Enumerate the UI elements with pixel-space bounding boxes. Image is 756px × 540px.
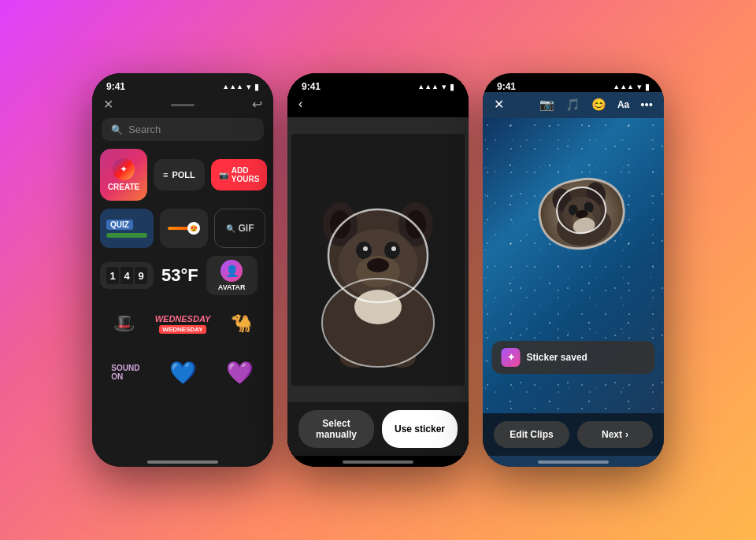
add-yours-label: ADD YOURS: [232, 166, 260, 183]
sticker-row-5: SOUNDON 💙 💜: [100, 352, 265, 393]
phone3-canvas: ✦ Sticker saved: [483, 118, 664, 413]
phone2-frame: 9:41 ▲▲▲ ▾ ▮ ‹ Create a sticker: [287, 73, 469, 467]
wifi-icon: ▾: [246, 82, 251, 92]
back-button[interactable]: ‹: [298, 97, 302, 111]
home-indicator-2: [343, 460, 413, 464]
phone3-bottom-bar: Edit Clips Next ›: [483, 413, 664, 456]
signal-icon3: ▲▲▲: [613, 83, 634, 91]
phone1-frame: 9:41 ▲▲▲ ▾ ▮ ✕ ↩ 🔍 Search: [92, 73, 273, 467]
phone2-topbar: ‹ Create a sticker: [287, 92, 469, 117]
avatar-button[interactable]: 👤 AVATAR: [206, 256, 258, 295]
sticker-grid: ✦ CREATE ≡ POLL 📷 ADD YOURS: [92, 149, 273, 456]
phone2-status-icons: ▲▲▲ ▾ ▮: [417, 82, 454, 92]
close-button[interactable]: ✕: [494, 97, 504, 112]
next-label: Next: [602, 429, 622, 440]
phone1-status-icons: ▲▲▲ ▾ ▮: [222, 82, 259, 92]
sound-on-label: SOUNDON: [111, 364, 139, 381]
create-button[interactable]: ✦ CREATE: [100, 149, 147, 201]
add-yours-button[interactable]: 📷 ADD YOURS: [211, 159, 268, 190]
battery-icon2: ▮: [450, 82, 454, 92]
next-button[interactable]: Next ›: [577, 421, 653, 448]
battery-icon: ▮: [254, 82, 259, 92]
counter-digit-1: 1: [106, 267, 119, 284]
svg-point-14: [354, 290, 402, 324]
dog-image-area: [287, 117, 469, 402]
avatar-label: AVATAR: [218, 283, 246, 291]
svg-point-11: [391, 246, 396, 251]
drag-handle: [171, 104, 195, 106]
phone3-time: 9:41: [497, 81, 516, 92]
quiz-bar: [106, 233, 147, 238]
phone3-action-icons: 📷 🎵 😊 Aa •••: [539, 98, 653, 112]
emoji-icon[interactable]: 😊: [591, 98, 606, 112]
phone2-bottom-bar: Select manually Use sticker: [287, 402, 469, 456]
phone3-frame: 9:41 ▲▲▲ ▾ ▮ ✕ 📷 🎵 😊 Aa •••: [483, 73, 664, 467]
close-icon[interactable]: ✕: [103, 97, 113, 112]
poll-icon: ≡: [163, 170, 168, 179]
gif-label: GIF: [239, 223, 254, 234]
search-bar[interactable]: 🔍 Search: [102, 118, 264, 141]
home-indicator: [147, 460, 218, 464]
home-indicator-3: [538, 460, 609, 464]
search-icon: 🔍: [111, 124, 123, 135]
gif-search-icon: 🔍: [226, 224, 235, 233]
temperature-display[interactable]: 53°F: [161, 265, 198, 286]
camera-icon[interactable]: 📷: [539, 98, 554, 112]
music-icon[interactable]: 🎵: [565, 98, 580, 112]
phone3-status-icons: ▲▲▲ ▾ ▮: [613, 82, 650, 92]
phone1-topbar: ✕ ↩: [92, 92, 273, 118]
next-chevron-icon: ›: [625, 429, 628, 440]
sticker-saved-banner: ✦ Sticker saved: [492, 341, 655, 374]
dog-svg: [291, 134, 465, 386]
undo-icon[interactable]: ↩: [252, 97, 262, 112]
wifi-icon2: ▾: [442, 82, 447, 92]
blue-heart-icon: 💙: [169, 360, 197, 386]
counter-digit-2: 4: [120, 267, 133, 284]
more-options-icon[interactable]: •••: [640, 98, 653, 111]
phone2-title: Create a sticker: [334, 97, 422, 111]
quiz-label: QUIZ: [106, 220, 133, 230]
wednesday-label: WEDNESDAY: [155, 314, 211, 324]
battery-icon3: ▮: [645, 82, 650, 92]
camel-sticker[interactable]: 🐪: [217, 303, 265, 344]
sticker-row-2: QUIZ 😍 🔍 GIF: [100, 209, 265, 248]
dog-background: [287, 117, 469, 402]
purple-heart-sticker[interactable]: 💜: [214, 352, 265, 393]
sticker-saved-label: Sticker saved: [527, 352, 587, 363]
counter-digit-3: 9: [135, 267, 147, 284]
wednesday-sticker[interactable]: WEDNESDAY WEDNESDAY: [155, 303, 211, 344]
text-icon[interactable]: Aa: [617, 99, 629, 110]
slider-thumb: 😍: [187, 222, 200, 235]
add-yours-icon: 📷: [219, 171, 228, 179]
purple-heart-icon: 💜: [226, 360, 254, 386]
use-sticker-button[interactable]: Use sticker: [382, 410, 458, 448]
dog-sticker-svg: [538, 176, 626, 251]
poll-label: POLL: [172, 170, 195, 179]
quiz-button[interactable]: QUIZ: [100, 209, 154, 248]
sound-on-sticker[interactable]: SOUNDON: [100, 352, 151, 393]
phone3-topbar: ✕ 📷 🎵 😊 Aa •••: [483, 92, 664, 118]
signal-icon: ▲▲▲: [222, 83, 243, 91]
sticker-row-4: 🎩 WEDNESDAY WEDNESDAY 🐪: [100, 303, 265, 344]
poll-button[interactable]: ≡ POLL: [154, 159, 205, 190]
phone1-time: 9:41: [106, 81, 125, 92]
wifi-icon3: ▾: [637, 82, 642, 92]
sticker-row-3: 1 4 9 53°F 👤 AVATAR: [100, 256, 265, 295]
gif-button[interactable]: 🔍 GIF: [214, 209, 265, 248]
phone2-time: 9:41: [302, 81, 321, 92]
edit-clips-button[interactable]: Edit Clips: [494, 421, 569, 448]
blue-heart-sticker[interactable]: 💙: [158, 352, 209, 393]
slider-line: 😍: [168, 227, 200, 230]
slider-button[interactable]: 😍: [160, 209, 208, 248]
avatar-icon: 👤: [220, 260, 243, 282]
wednesday-badge: WEDNESDAY: [159, 325, 206, 334]
signal-icon2: ▲▲▲: [417, 83, 439, 91]
counter-display[interactable]: 1 4 9: [100, 262, 154, 289]
search-input-placeholder[interactable]: Search: [128, 124, 161, 135]
select-manually-button[interactable]: Select manually: [298, 410, 374, 448]
svg-point-10: [363, 246, 368, 251]
create-icon: ✦: [113, 158, 135, 180]
saved-icon: ✦: [502, 348, 521, 367]
sticker-row-1: ✦ CREATE ≡ POLL 📷 ADD YOURS: [100, 149, 265, 201]
hat-sticker[interactable]: 🎩: [100, 303, 149, 344]
